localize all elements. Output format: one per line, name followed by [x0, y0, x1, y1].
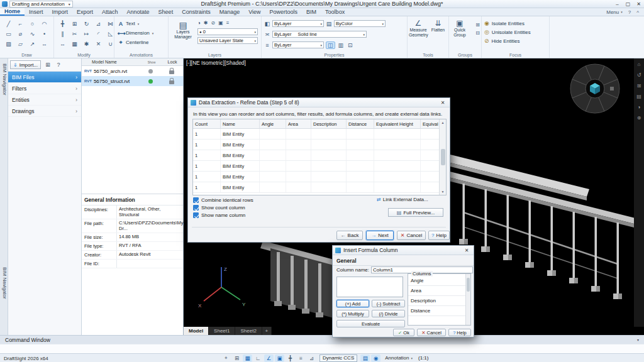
- ungroup-icon[interactable]: ⊟: [475, 30, 480, 36]
- help-button[interactable]: ? Help: [448, 329, 471, 336]
- sidebar-item-bim-files[interactable]: BIM Files ›: [8, 72, 81, 83]
- grid-icon[interactable]: ▦: [243, 354, 252, 362]
- tab-export[interactable]: Export: [72, 8, 97, 16]
- linetype-combo[interactable]: ByLayer Solid line ▾: [272, 31, 367, 38]
- table-row[interactable]: 1BIM Entity: [193, 182, 446, 193]
- tab-insert[interactable]: Insert: [25, 8, 48, 16]
- measure-geometry-button[interactable]: ∠ Measure Geometry: [409, 19, 428, 55]
- polyline-icon[interactable]: ⌐: [15, 19, 26, 28]
- stretch-icon[interactable]: ↔: [57, 39, 68, 48]
- isolate-entities-button[interactable]: ◉ Isolate Entities: [484, 19, 547, 28]
- tab-import[interactable]: Import: [48, 8, 73, 16]
- scrollbar-thumb[interactable]: [467, 278, 470, 292]
- scale-icon[interactable]: ⊿: [93, 19, 104, 28]
- tree-row-struct[interactable]: RVT 56750_struct.rvt: [82, 76, 183, 86]
- named-color-icon[interactable]: ▤: [326, 21, 332, 27]
- annotation-scale-dropdown[interactable]: Annotation ▾: [385, 355, 413, 361]
- rotate-icon[interactable]: ↻: [81, 19, 92, 28]
- circle-icon[interactable]: ○: [27, 19, 38, 28]
- table-scrollbar[interactable]: ▲ ▼: [439, 119, 446, 195]
- layer-properties-icon[interactable]: ▣: [218, 20, 223, 26]
- list-item-area[interactable]: Area: [408, 286, 465, 296]
- collapse-ribbon-button[interactable]: ^: [636, 9, 639, 15]
- tab-sheet[interactable]: Sheet: [154, 8, 178, 16]
- sidebar-item-drawings[interactable]: Drawings ›: [8, 106, 81, 117]
- ray-icon[interactable]: ↗: [27, 39, 38, 48]
- add-button[interactable]: (+) Add: [336, 300, 369, 307]
- layer-visibility-icon[interactable]: ◑: [197, 20, 201, 26]
- line-color-icon[interactable]: ◧: [264, 21, 270, 27]
- column-header-count[interactable]: Count: [193, 119, 221, 128]
- hatch-icon[interactable]: ▨: [3, 39, 14, 48]
- explode-icon[interactable]: ✱: [81, 39, 92, 48]
- named-color-combo[interactable]: ByColor ▾: [334, 20, 386, 27]
- maximize-button[interactable]: ▢: [623, 1, 633, 7]
- column-header-equivalent[interactable]: Equival: [421, 119, 440, 128]
- tab-attach[interactable]: Attach: [97, 8, 123, 16]
- layer-freeze-icon[interactable]: ✱: [204, 20, 208, 26]
- viewports-icon[interactable]: ⊞: [637, 83, 641, 89]
- region-icon[interactable]: ▱: [15, 39, 26, 48]
- tab-manage[interactable]: Manage: [215, 8, 245, 16]
- table-row[interactable]: 1BIM Entity: [193, 172, 446, 182]
- navigation-wheel[interactable]: [569, 62, 621, 115]
- trim-icon[interactable]: ✂: [69, 29, 80, 38]
- zoom-icon[interactable]: ⊕: [637, 115, 641, 121]
- fillet-icon[interactable]: ◜: [93, 29, 104, 38]
- lock-icon[interactable]: [169, 80, 174, 84]
- column-header-name[interactable]: Name: [221, 119, 260, 128]
- active-layer-combo[interactable]: ● 0 ▾: [197, 28, 258, 35]
- text-tool-button[interactable]: A Text ▾: [118, 19, 165, 28]
- tab-view[interactable]: View: [244, 8, 265, 16]
- infinite-line-icon[interactable]: ↔: [39, 39, 50, 48]
- dialog-titlebar[interactable]: Insert Formula Column ✕: [333, 246, 474, 255]
- layer-states-icon[interactable]: ≡: [226, 20, 230, 26]
- dialog-titlebar[interactable]: Data Extraction - Refine Data (Step 5 of…: [188, 98, 450, 107]
- lock-icon[interactable]: [169, 70, 174, 74]
- bim-navigator-tab[interactable]: BIM Navigator: [1, 63, 8, 96]
- checkbox-combine-identical-rows[interactable]: Combine identical rows: [193, 197, 253, 203]
- layer-state-combo[interactable]: Unsaved Layer State ▾: [197, 37, 258, 44]
- list-item-distance[interactable]: Distance: [408, 306, 465, 316]
- array-icon[interactable]: ▦: [69, 39, 80, 48]
- command-window-titlebar[interactable]: Command Window ▾: [0, 335, 644, 344]
- annotation-visibility-icon[interactable]: ◉: [371, 354, 380, 362]
- snap-icon[interactable]: ⊞: [232, 354, 242, 362]
- column-header-distance[interactable]: Distance: [347, 119, 374, 128]
- lineweight-icon[interactable]: ≡: [296, 354, 306, 362]
- link-external-data-button[interactable]: ⇄ Link External Data...: [377, 197, 428, 202]
- divide-button[interactable]: (/) Divide: [372, 310, 405, 317]
- import-button[interactable]: ⇓ Import...: [10, 60, 41, 69]
- group-icon[interactable]: ⊞: [475, 22, 480, 28]
- ellipse-icon[interactable]: ⌀: [15, 29, 26, 38]
- esnap-icon[interactable]: ▣: [275, 354, 284, 362]
- tree-row-arch[interactable]: RVT 56750_arch.rvt: [82, 66, 183, 76]
- show-toggle-icon[interactable]: [148, 79, 153, 84]
- back-button[interactable]: ← Back: [336, 231, 363, 240]
- evaluate-button[interactable]: Evaluate: [336, 320, 405, 327]
- centerline-tool-button[interactable]: ⌖ Centerline: [118, 38, 165, 47]
- scroll-up-icon[interactable]: ▲: [441, 121, 445, 124]
- next-button[interactable]: → Next: [366, 231, 394, 240]
- extend-icon[interactable]: ↦: [81, 29, 92, 38]
- move-icon[interactable]: ╋: [57, 19, 68, 28]
- etrack-icon[interactable]: ╋: [286, 354, 295, 362]
- add-sheet-button[interactable]: +: [262, 327, 272, 335]
- columns-scrollbar[interactable]: [465, 274, 470, 325]
- spline-icon[interactable]: ∿: [27, 29, 38, 38]
- cancel-button[interactable]: ✕ Cancel: [397, 231, 426, 240]
- table-row[interactable]: 1BIM Entity: [193, 129, 446, 140]
- workspace-selector[interactable]: Drafting and Annotation ▾: [9, 1, 73, 8]
- panel-help-icon[interactable]: ?: [55, 62, 62, 68]
- ribbon-help-button[interactable]: ?: [628, 9, 631, 15]
- checkbox-show-count-column[interactable]: Show count column: [193, 205, 253, 211]
- table-row[interactable]: 1BIM Entity: [193, 150, 446, 161]
- dynamic-ccs-button[interactable]: Dynamic CCS: [319, 354, 357, 362]
- table-row[interactable]: 1BIM Entity: [193, 140, 446, 150]
- close-icon[interactable]: ✕: [462, 248, 471, 253]
- viewport-label[interactable]: [-][NE Isometric][Shaded]: [186, 60, 246, 66]
- table-row[interactable]: 1BIM Entity: [193, 161, 446, 172]
- close-button[interactable]: ✕: [633, 1, 644, 7]
- full-preview-button[interactable]: ▤ Full Preview...: [388, 208, 443, 217]
- flatten-button[interactable]: ⇊ Flatten: [429, 19, 447, 55]
